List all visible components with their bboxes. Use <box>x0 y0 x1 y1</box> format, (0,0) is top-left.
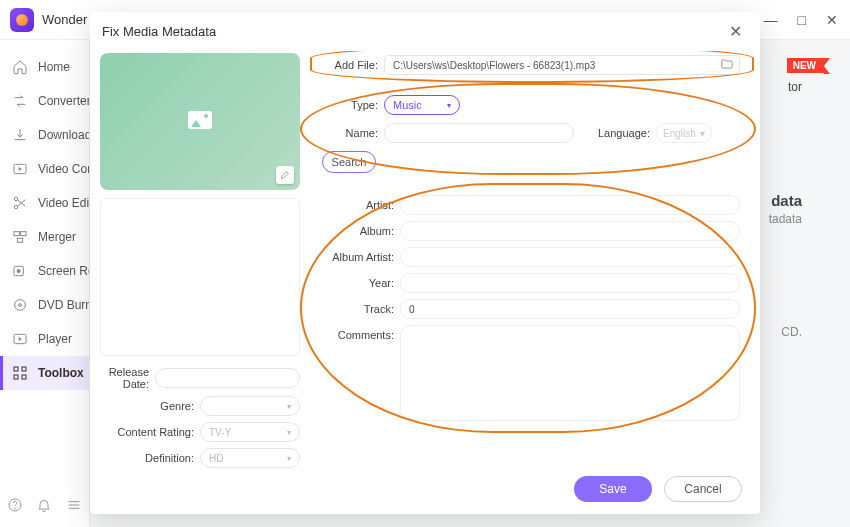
chevron-down-icon: ▾ <box>287 428 291 437</box>
sidebar-item-label: Converter <box>38 94 89 108</box>
bg-text: tor <box>788 80 802 94</box>
language-label: Language: <box>594 127 650 139</box>
release-date-input[interactable] <box>155 368 300 388</box>
svg-rect-5 <box>17 238 22 242</box>
chevron-down-icon: ▾ <box>447 101 451 110</box>
download-icon <box>12 127 28 143</box>
album-artist-input[interactable] <box>400 247 740 267</box>
results-box <box>100 198 300 356</box>
sidebar-item-screen-recorder[interactable]: Screen Recorder <box>0 254 89 288</box>
type-select[interactable]: Music▾ <box>384 95 460 115</box>
chevron-down-icon: ▾ <box>700 128 705 139</box>
content-rating-label: Content Rating: <box>100 426 194 438</box>
sidebar-item-player[interactable]: Player <box>0 322 89 356</box>
recorder-icon <box>12 263 28 279</box>
definition-label: Definition: <box>100 452 194 464</box>
svg-point-9 <box>19 304 22 307</box>
album-input[interactable] <box>400 221 740 241</box>
maximize-button[interactable]: □ <box>796 10 808 30</box>
album-art-preview <box>100 53 300 190</box>
close-icon[interactable]: ✕ <box>723 20 748 43</box>
sidebar-item-label: Screen Recorder <box>38 264 89 278</box>
album-artist-label: Album Artist: <box>322 247 394 263</box>
sidebar-item-label: Player <box>38 332 72 346</box>
minimize-button[interactable]: — <box>762 10 780 30</box>
sidebar-item-toolbox[interactable]: Toolbox <box>0 356 89 390</box>
album-label: Album: <box>322 221 394 237</box>
save-button[interactable]: Save <box>574 476 652 502</box>
converter-icon <box>12 93 28 109</box>
artist-label: Artist: <box>322 195 394 211</box>
disc-icon <box>12 297 28 313</box>
sidebar-item-label: Video Compressor <box>38 162 89 176</box>
sidebar-item-label: Video Editor <box>38 196 89 210</box>
menu-icon[interactable] <box>66 497 82 517</box>
sidebar-item-merger[interactable]: Merger <box>0 220 89 254</box>
genre-select[interactable]: ▾ <box>200 396 300 416</box>
content-rating-select[interactable]: TV-Y▾ <box>200 422 300 442</box>
folder-icon[interactable] <box>720 57 734 75</box>
add-file-label: Add File: <box>322 59 378 71</box>
modal-title: Fix Media Metadata <box>102 24 216 39</box>
sidebar-item-label: Home <box>38 60 70 74</box>
release-date-label: Release Date: <box>100 366 149 390</box>
close-window-button[interactable]: ✕ <box>824 10 840 30</box>
toolbox-icon <box>12 365 28 381</box>
svg-point-16 <box>14 508 15 509</box>
sidebar-item-download[interactable]: Download <box>0 118 89 152</box>
definition-select[interactable]: HD▾ <box>200 448 300 468</box>
sidebar: Home Converter Download Video Compressor… <box>0 40 90 527</box>
name-input[interactable] <box>384 123 574 143</box>
track-input[interactable] <box>400 299 740 319</box>
chevron-down-icon: ▾ <box>287 454 291 463</box>
app-logo <box>10 8 34 32</box>
new-badge: NEW <box>787 58 824 73</box>
scissors-icon <box>12 195 28 211</box>
svg-rect-13 <box>14 375 18 379</box>
file-path-input[interactable] <box>384 55 740 75</box>
image-placeholder-icon <box>188 111 212 129</box>
type-label: Type: <box>322 99 378 111</box>
chevron-down-icon: ▾ <box>287 402 291 411</box>
bg-text: data <box>771 192 802 209</box>
bg-text: tadata <box>769 212 802 226</box>
svg-rect-14 <box>22 375 26 379</box>
track-label: Track: <box>322 299 394 315</box>
cancel-button[interactable]: Cancel <box>664 476 742 502</box>
player-icon <box>12 331 28 347</box>
bg-text: CD. <box>781 325 802 339</box>
fix-metadata-modal: Fix Media Metadata ✕ Release Date: Genre… <box>90 12 760 514</box>
sidebar-item-label: Toolbox <box>38 366 84 380</box>
compressor-icon <box>12 161 28 177</box>
sidebar-item-dvd-burner[interactable]: DVD Burner <box>0 288 89 322</box>
year-label: Year: <box>322 273 394 289</box>
sidebar-item-label: Download <box>38 128 89 142</box>
edit-art-button[interactable] <box>276 166 294 184</box>
merger-icon <box>12 229 28 245</box>
comments-input[interactable] <box>400 325 740 421</box>
sidebar-item-video-editor[interactable]: Video Editor <box>0 186 89 220</box>
sidebar-item-video-compressor[interactable]: Video Compressor <box>0 152 89 186</box>
comments-label: Comments: <box>322 325 394 341</box>
svg-point-8 <box>15 300 26 311</box>
svg-rect-11 <box>14 367 18 371</box>
svg-rect-12 <box>22 367 26 371</box>
language-select[interactable]: English▾ <box>656 123 712 143</box>
svg-rect-4 <box>21 232 26 236</box>
genre-label: Genre: <box>100 400 194 412</box>
svg-rect-3 <box>14 232 19 236</box>
artist-input[interactable] <box>400 195 740 215</box>
sidebar-item-label: Merger <box>38 230 76 244</box>
svg-point-7 <box>17 269 21 273</box>
name-label: Name: <box>322 127 378 139</box>
app-brand: Wonder <box>42 12 87 27</box>
year-input[interactable] <box>400 273 740 293</box>
search-button[interactable]: Search <box>322 151 376 173</box>
sidebar-item-home[interactable]: Home <box>0 50 89 84</box>
bell-icon[interactable] <box>36 497 52 517</box>
sidebar-item-label: DVD Burner <box>38 298 89 312</box>
home-icon <box>12 59 28 75</box>
sidebar-item-converter[interactable]: Converter <box>0 84 89 118</box>
help-icon[interactable] <box>7 497 23 517</box>
